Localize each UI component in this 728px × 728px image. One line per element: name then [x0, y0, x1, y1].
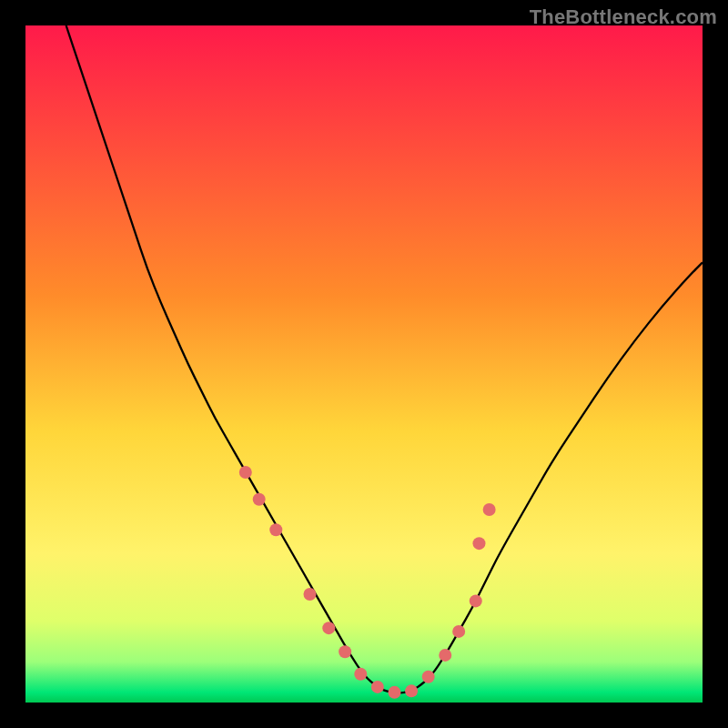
marker-point — [388, 686, 400, 699]
marker-point — [472, 537, 485, 550]
marker-point — [269, 523, 282, 536]
marker-point — [239, 466, 252, 479]
chart-container: TheBottleneck.com — [0, 0, 728, 728]
marker-point — [470, 594, 482, 607]
marker-point — [405, 684, 418, 697]
marker-point — [303, 588, 316, 601]
watermark-text: TheBottleneck.com — [530, 5, 717, 29]
marker-point — [483, 503, 496, 516]
plot-area — [25, 25, 703, 703]
marker-point — [371, 681, 384, 693]
marker-point — [422, 671, 435, 683]
gradient-background — [25, 25, 703, 703]
marker-point — [322, 622, 335, 634]
marker-point — [439, 649, 451, 662]
marker-point — [253, 493, 266, 506]
chart-svg — [25, 25, 703, 703]
marker-point — [354, 668, 367, 681]
marker-point — [452, 625, 465, 638]
marker-point — [339, 645, 351, 658]
